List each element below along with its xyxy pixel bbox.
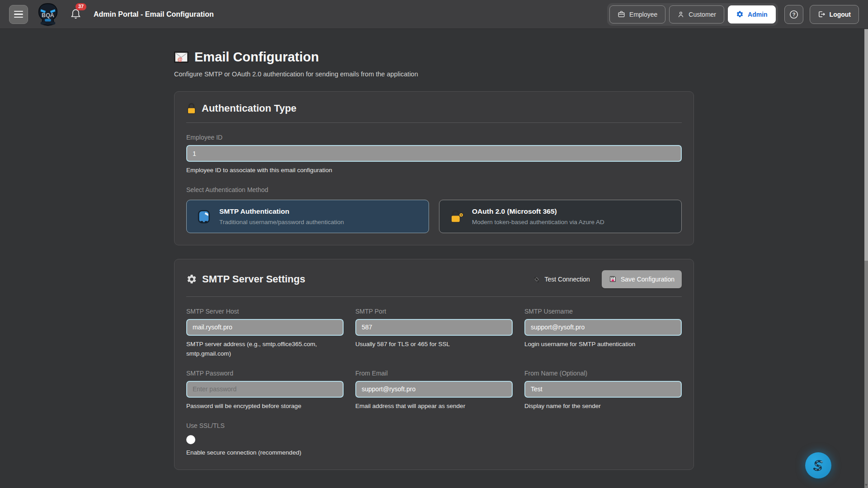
smtp-host-label: SMTP Server Host bbox=[186, 308, 344, 315]
customer-tab-label: Customer bbox=[689, 11, 716, 18]
smtp-password-field: SMTP Password Password will be encrypted… bbox=[186, 359, 344, 411]
authentication-type-heading: Authentication Type bbox=[186, 103, 682, 114]
test-connection-label: Test Connection bbox=[545, 276, 590, 283]
authentication-type-card: Authentication Type Employee ID Employee… bbox=[174, 91, 694, 245]
plug-icon bbox=[533, 275, 541, 283]
smtp-port-label: SMTP Port bbox=[355, 308, 513, 315]
lock-with-key-icon bbox=[449, 209, 464, 224]
smtp-username-helper: Login username for SMTP authentication bbox=[524, 340, 682, 349]
app-logo: BQA bbox=[35, 3, 61, 26]
mailbox-icon bbox=[197, 209, 211, 224]
role-switcher-group: Employee Customer Admin bbox=[607, 3, 778, 26]
use-ssl-helper: Enable secure connection (recommended) bbox=[186, 448, 682, 458]
person-icon bbox=[677, 11, 684, 18]
svg-text:@: @ bbox=[178, 56, 183, 62]
smtp-settings-heading-text: SMTP Server Settings bbox=[202, 273, 305, 285]
smtp-auth-title: SMTP Authentication bbox=[219, 207, 344, 216]
smtp-settings-actions: Test Connection Save Configuration bbox=[533, 270, 682, 288]
help-button[interactable]: ? bbox=[784, 5, 803, 24]
smtp-username-input[interactable] bbox=[524, 319, 682, 336]
page-subtitle: Configure SMTP or OAuth 2.0 authenticati… bbox=[174, 70, 694, 78]
smtp-password-input[interactable] bbox=[186, 381, 344, 398]
employee-tab-label: Employee bbox=[629, 11, 657, 18]
logout-icon bbox=[818, 10, 826, 18]
auth-method-label: Select Authentication Method bbox=[186, 186, 682, 193]
from-name-input[interactable] bbox=[524, 381, 682, 398]
smtp-port-helper: Usually 587 for TLS or 465 for SSL bbox=[355, 340, 513, 349]
robot-logo-icon: BQA bbox=[35, 3, 61, 26]
scrollbar-thumb[interactable] bbox=[864, 29, 868, 261]
employee-id-helper: Employee ID to associate with this email… bbox=[186, 166, 682, 175]
oauth-subtitle: Modern token-based authentication via Az… bbox=[472, 219, 604, 225]
employee-id-label: Employee ID bbox=[186, 134, 682, 141]
smtp-username-label: SMTP Username bbox=[524, 308, 682, 315]
svg-text:BQA: BQA bbox=[42, 12, 54, 18]
notification-bell-button[interactable]: 37 bbox=[71, 8, 81, 21]
from-email-input[interactable] bbox=[355, 381, 513, 398]
scrollbar-down-arrow-icon[interactable] bbox=[865, 484, 868, 486]
employee-id-input[interactable] bbox=[186, 145, 682, 162]
oauth-option-text: OAuth 2.0 (Microsoft 365) Modern token-b… bbox=[472, 207, 604, 225]
customer-tab-button[interactable]: Customer bbox=[669, 5, 724, 23]
notification-count-badge: 37 bbox=[75, 3, 86, 10]
email-envelope-icon: @ bbox=[174, 52, 189, 63]
page-title: @ Email Configuration bbox=[174, 50, 694, 65]
admin-tab-button[interactable]: Admin bbox=[728, 5, 776, 23]
logout-button[interactable]: Logout bbox=[810, 5, 859, 24]
save-floppy-icon bbox=[609, 275, 617, 283]
page-title-text: Email Configuration bbox=[194, 50, 319, 65]
admin-tab-label: Admin bbox=[748, 11, 768, 18]
smtp-host-field: SMTP Server Host SMTP server address (e.… bbox=[186, 297, 344, 359]
page-header-title: Admin Portal - Email Configuration bbox=[94, 10, 214, 19]
scrollbar-track[interactable] bbox=[864, 29, 868, 488]
save-configuration-button[interactable]: Save Configuration bbox=[602, 270, 682, 288]
smtp-password-helper: Password will be encrypted before storag… bbox=[186, 402, 344, 411]
authentication-type-heading-text: Authentication Type bbox=[202, 103, 297, 114]
from-name-field: From Name (Optional) Display name for th… bbox=[524, 359, 682, 411]
lock-icon bbox=[186, 103, 197, 114]
smtp-auth-option-text: SMTP Authentication Traditional username… bbox=[219, 207, 344, 225]
from-email-label: From Email bbox=[355, 370, 513, 377]
from-name-label: From Name (Optional) bbox=[524, 370, 682, 377]
test-connection-button[interactable]: Test Connection bbox=[533, 275, 590, 283]
smtp-settings-card: SMTP Server Settings Test Connection bbox=[174, 259, 694, 470]
ssl-toggle[interactable] bbox=[186, 435, 195, 444]
briefcase-icon bbox=[618, 10, 625, 18]
smtp-settings-heading: SMTP Server Settings bbox=[186, 273, 305, 285]
logout-label: Logout bbox=[830, 11, 851, 18]
from-name-helper: Display name for the sender bbox=[524, 402, 682, 411]
top-bar-actions: Employee Customer Admin ? bbox=[607, 3, 859, 26]
smtp-auth-subtitle: Traditional username/password authentica… bbox=[219, 219, 344, 225]
smtp-port-field: SMTP Port Usually 587 for TLS or 465 for… bbox=[355, 297, 513, 359]
section-divider bbox=[186, 122, 682, 123]
save-configuration-label: Save Configuration bbox=[621, 276, 675, 283]
gear-icon bbox=[186, 274, 197, 285]
smtp-fields-grid: SMTP Server Host SMTP server address (e.… bbox=[186, 297, 682, 411]
auth-method-options: SMTP Authentication Traditional username… bbox=[186, 200, 682, 233]
svg-text:?: ? bbox=[792, 12, 795, 17]
use-ssl-label: Use SSL/TLS bbox=[186, 422, 682, 429]
smtp-host-input[interactable] bbox=[186, 319, 344, 336]
smtp-auth-option[interactable]: SMTP Authentication Traditional username… bbox=[186, 200, 429, 233]
support-chat-button[interactable] bbox=[805, 452, 831, 479]
oauth-option[interactable]: OAuth 2.0 (Microsoft 365) Modern token-b… bbox=[439, 200, 682, 233]
smtp-username-field: SMTP Username Login username for SMTP au… bbox=[524, 297, 682, 359]
employee-tab-button[interactable]: Employee bbox=[609, 5, 665, 23]
from-email-helper: Email address that will appear as sender bbox=[355, 402, 513, 411]
gear-icon bbox=[736, 10, 744, 18]
from-email-field: From Email Email address that will appea… bbox=[355, 359, 513, 411]
hamburger-menu-button[interactable] bbox=[9, 5, 28, 24]
snake-chat-icon bbox=[811, 458, 826, 473]
smtp-settings-header-row: SMTP Server Settings Test Connection bbox=[186, 270, 682, 288]
question-icon: ? bbox=[789, 9, 799, 19]
oauth-title: OAuth 2.0 (Microsoft 365) bbox=[472, 207, 604, 216]
smtp-password-label: SMTP Password bbox=[186, 370, 344, 377]
smtp-host-helper: SMTP server address (e.g., smtp.office36… bbox=[186, 340, 344, 359]
smtp-port-input[interactable] bbox=[355, 319, 513, 336]
main-content: @ Email Configuration Configure SMTP or … bbox=[174, 29, 694, 470]
top-bar: BQA 37 Admin Portal - Email Configuratio… bbox=[0, 0, 868, 29]
